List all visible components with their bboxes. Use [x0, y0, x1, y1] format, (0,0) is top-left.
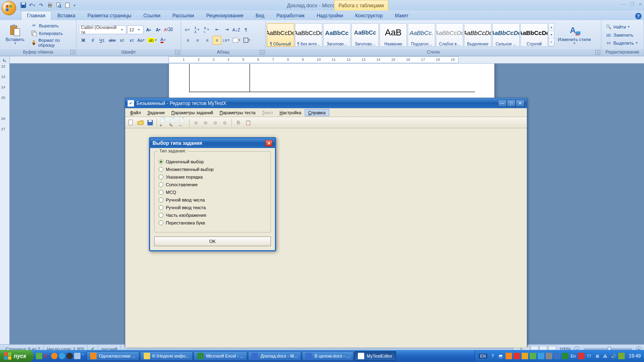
style-gallery-item[interactable]: AaBbCcDdВыделение [464, 23, 491, 47]
taskbar-app-button[interactable]: Microsoft Excel - ... [194, 351, 248, 361]
emoji-1-icon[interactable]: ☺ [192, 119, 200, 127]
new-icon[interactable] [64, 2, 71, 8]
close-icon[interactable]: ✕ [265, 140, 272, 146]
tray-icon[interactable] [506, 353, 512, 359]
qat-more-icon[interactable]: ▾ [74, 4, 77, 7]
tray-icon[interactable] [514, 353, 520, 359]
increase-indent-icon[interactable]: ⇥ [222, 25, 231, 34]
font-color-icon[interactable]: A▾ [159, 36, 168, 45]
paste-icon[interactable]: 📋 [244, 119, 252, 127]
menu-item[interactable]: Файл [127, 109, 144, 116]
tray-icon[interactable]: En [570, 353, 576, 359]
copy-button[interactable]: Копировать [29, 30, 74, 37]
justify-icon[interactable]: ≡ [213, 36, 221, 45]
close-icon[interactable]: ✕ [638, 2, 642, 7]
radio-option[interactable]: Ручной ввод числа [159, 197, 266, 202]
new-file-icon[interactable] [127, 119, 135, 127]
emoji-3-icon[interactable]: ☺ [211, 119, 219, 127]
style-gallery-item[interactable]: AaBbCcDd¶ Без инте... [295, 23, 322, 47]
redo-icon[interactable]: ↷ [38, 2, 44, 8]
minimize-icon[interactable]: — [498, 100, 507, 107]
tray-icon[interactable] [578, 353, 584, 359]
menu-item[interactable]: Параметры теста [216, 109, 258, 116]
volume-icon[interactable]: 🔊 [610, 353, 617, 359]
menu-item[interactable]: Настройка [276, 109, 304, 116]
ribbon-tab[interactable]: Надстройки [311, 11, 349, 20]
start-button[interactable]: пуск [0, 350, 33, 362]
taskbar-app-button[interactable]: Доклад.docx - M... [248, 351, 301, 361]
menu-item[interactable]: Задание [144, 109, 168, 116]
save-file-icon[interactable] [146, 119, 154, 127]
tray-icon[interactable]: ? [489, 353, 496, 359]
align-center-icon[interactable]: ≡ [193, 36, 202, 45]
ribbon-tab[interactable]: Вставка [52, 11, 82, 20]
paste-button[interactable]: Вставить▾ [2, 23, 28, 46]
undo-icon[interactable]: ↶▾ [29, 2, 35, 8]
style-gallery-item[interactable]: AaBbCcDdСлабое в... [436, 23, 463, 47]
ql-icon[interactable] [59, 353, 65, 359]
ribbon-tab[interactable]: Разметка страницы [81, 11, 137, 20]
style-gallery-item[interactable]: AaBbCcDdСильное ... [492, 23, 520, 47]
ribbon-tab[interactable]: Конструктор [349, 11, 389, 20]
tray-icon[interactable] [554, 353, 560, 359]
underline-icon[interactable]: Ч▾ [98, 36, 107, 45]
select-button[interactable]: ▭Выделить▾ [604, 39, 641, 47]
style-scroll[interactable]: ▴▾≡ [549, 23, 554, 47]
zoom-slider[interactable] [584, 348, 632, 350]
ribbon-tab[interactable]: Ссылки [137, 11, 166, 20]
dialog-launcher-icon[interactable]: ↘ [595, 50, 600, 55]
ql-icon[interactable] [51, 353, 58, 359]
cut-button[interactable]: ✂Вырезать [29, 22, 74, 29]
align-left-icon[interactable]: ≡ [184, 36, 192, 45]
emoji-2-icon[interactable]: ☺ [202, 119, 210, 127]
ribbon-tab[interactable]: Вид [250, 11, 270, 20]
language-indicator[interactable]: EN [478, 353, 488, 359]
change-styles-button[interactable]: AИзменить стили▾ [555, 23, 594, 46]
style-gallery-item[interactable]: AaBbCcЗаголово... [323, 23, 351, 47]
open-file-icon[interactable] [136, 119, 144, 127]
shrink-font-icon[interactable]: A▾ [154, 25, 163, 34]
radio-option[interactable]: MCQ [159, 190, 266, 195]
ql-icon[interactable] [66, 353, 73, 359]
horizontal-ruler[interactable]: 12345678910111213141516171819 [10, 56, 644, 63]
help-icon[interactable]: ? [635, 13, 642, 19]
line-spacing-icon[interactable]: ↕≡▾ [222, 36, 231, 45]
clock[interactable]: 19:49 [629, 353, 641, 359]
radio-option[interactable]: Сопоставление [159, 182, 266, 187]
multilevel-icon[interactable]: a. i.▾ [203, 25, 212, 34]
vertical-ruler[interactable]: 222324252627 [0, 64, 10, 344]
sort-icon[interactable]: A↓Z [232, 25, 241, 34]
numbering-icon[interactable]: 1.2.▾ [193, 25, 202, 34]
tab-selector[interactable] [0, 56, 10, 64]
decrease-indent-icon[interactable]: ⇤ [213, 25, 221, 34]
restore-icon[interactable]: ❐ [630, 2, 634, 7]
ribbon-tab[interactable]: Рассылки [166, 11, 200, 20]
ql-icon[interactable]: X [43, 353, 50, 359]
radio-option[interactable]: Ручной ввод текста [159, 205, 266, 210]
tray-icon[interactable] [530, 353, 536, 359]
ribbon-tab[interactable]: Рецензирование [200, 11, 250, 20]
strike-icon[interactable]: abc [108, 36, 117, 45]
clear-format-icon[interactable]: A⌫ [163, 25, 173, 34]
copy-icon[interactable]: ⎘ [234, 119, 242, 127]
dialog-launcher-icon[interactable]: ↘ [260, 50, 264, 55]
borders-icon[interactable]: ▾ [243, 36, 252, 45]
add-item-icon[interactable]: 📄+ [159, 119, 167, 127]
close-icon[interactable]: ✕ [516, 100, 524, 107]
tray-icon[interactable] [522, 353, 528, 359]
dialog-launcher-icon[interactable]: ↘ [175, 50, 180, 55]
save-icon[interactable] [20, 2, 27, 8]
align-right-icon[interactable]: ≡ [203, 36, 212, 45]
dialog-launcher-icon[interactable]: ↘ [70, 50, 75, 55]
emoji-4-icon[interactable]: ☺ [221, 119, 229, 127]
tray-icon[interactable] [546, 353, 552, 359]
ql-expand-icon[interactable]: » [82, 353, 83, 359]
radio-option[interactable]: Часть изображения [159, 213, 266, 218]
ql-icon[interactable] [36, 353, 42, 359]
superscript-icon[interactable]: x2 [127, 36, 136, 45]
change-case-icon[interactable]: Aa▾ [137, 36, 147, 45]
show-marks-icon[interactable]: ¶ [242, 25, 250, 34]
radio-option[interactable]: Одиночный выбор [159, 159, 266, 164]
format-painter-button[interactable]: Формат по образцу [29, 37, 74, 48]
ribbon-tab[interactable]: Главная [21, 11, 52, 20]
